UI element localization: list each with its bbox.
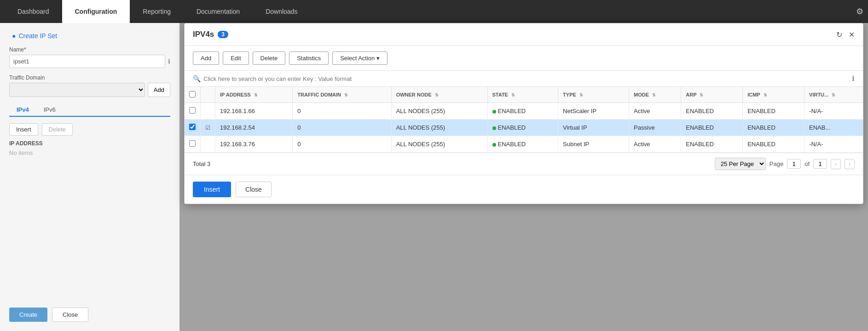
- ip-address-column-header: IP ADDRESS: [9, 140, 170, 147]
- cell-type-0: NetScaler IP: [558, 103, 629, 120]
- th-owner-node: OWNER NODE ⇅: [391, 87, 487, 103]
- status-dot-1: [492, 126, 496, 130]
- statistics-button[interactable]: Statistics: [289, 51, 329, 65]
- modal-title: IPV4s: [193, 30, 214, 39]
- cell-mode-1: Passive: [629, 120, 681, 136]
- row-checkbox-1[interactable]: [189, 124, 196, 130]
- ip-tabs-row: IPv4 IPv6: [9, 103, 170, 117]
- form-bottom-buttons: Create Close: [9, 308, 88, 322]
- sort-icon-td[interactable]: ⇅: [344, 93, 348, 97]
- cell-expand-2: [201, 136, 215, 153]
- search-input[interactable]: [203, 75, 852, 82]
- cell-virtual-2: -N/A-: [804, 136, 863, 153]
- top-navigation: Dashboard Configuration Reporting Docume…: [0, 0, 868, 23]
- status-dot-0: [492, 110, 496, 114]
- next-page-button[interactable]: ›: [845, 159, 855, 169]
- traffic-domain-add-button[interactable]: Add: [148, 83, 170, 97]
- th-state: STATE ⇅: [487, 87, 558, 103]
- sort-icon-icmp[interactable]: ⇅: [764, 93, 767, 97]
- page-label: Page: [770, 160, 783, 167]
- sort-icon-state[interactable]: ⇅: [511, 93, 515, 97]
- cell-expand-0: [201, 103, 215, 120]
- cell-checkbox-0: [185, 103, 201, 120]
- cell-expand-1: ☑: [201, 120, 215, 136]
- traffic-domain-label: Traffic Domain: [9, 74, 170, 81]
- th-expand: [201, 87, 215, 103]
- nav-tab-reporting[interactable]: Reporting: [130, 0, 184, 23]
- cell-type-2: Subnet IP: [558, 136, 629, 153]
- cell-td-2: 0: [293, 136, 391, 153]
- nav-tab-documentation[interactable]: Documentation: [184, 0, 253, 23]
- insert-button-small[interactable]: Insert: [9, 123, 38, 136]
- ipv4s-modal: IPV4s 3 ↻ ✕ Add Edit Delete Statistics S…: [184, 23, 863, 204]
- th-traffic-domain: TRAFFIC DOMAIN ⇅: [293, 87, 391, 103]
- cell-mode-0: Active: [629, 103, 681, 120]
- tab-ipv4[interactable]: IPv4: [9, 103, 36, 117]
- cell-icmp-2: ENABLED: [743, 136, 804, 153]
- create-ip-set-form: ● Create IP Set Name* ℹ Traffic Domain A…: [0, 23, 179, 331]
- page-title: Create IP Set: [18, 32, 57, 40]
- ipv4s-table: IP ADDRESS ⇅ TRAFFIC DOMAIN ⇅ OWNER NODE…: [185, 87, 863, 153]
- back-icon: ●: [12, 32, 16, 40]
- cell-mode-2: Active: [629, 136, 681, 153]
- row-checkbox-0[interactable]: [189, 107, 196, 114]
- insert-delete-row: Insert Delete: [9, 123, 170, 136]
- per-page-select[interactable]: 25 Per Page: [715, 158, 766, 170]
- table-wrapper: IP ADDRESS ⇅ TRAFFIC DOMAIN ⇅ OWNER NODE…: [185, 87, 863, 153]
- close-icon[interactable]: ✕: [849, 30, 855, 39]
- settings-icon[interactable]: ⚙: [856, 6, 863, 17]
- cell-state-2: ENABLED: [487, 136, 558, 153]
- cell-arp-1: ENABLED: [681, 120, 743, 136]
- name-input[interactable]: [9, 55, 165, 68]
- tab-ipv6[interactable]: IPv6: [36, 103, 63, 116]
- cell-ip-2: 192.168.3.76: [215, 136, 293, 153]
- cell-owner-1: ALL NODES (255): [391, 120, 487, 136]
- sort-icon-on[interactable]: ⇅: [435, 93, 439, 97]
- cell-type-1: Virtual IP: [558, 120, 629, 136]
- close-modal-button[interactable]: Close: [236, 182, 272, 197]
- sort-icon-arp[interactable]: ⇅: [700, 93, 703, 97]
- name-label: Name*: [9, 46, 170, 53]
- th-virtual: VIRTU... ⇅: [804, 87, 863, 103]
- table-info-icon[interactable]: ℹ: [852, 74, 855, 83]
- cell-state-0: ENABLED: [487, 103, 558, 120]
- total-label: Total 3: [193, 160, 210, 167]
- chevron-down-icon: ▾: [376, 55, 380, 62]
- modal-header-actions: ↻ ✕: [836, 30, 855, 39]
- cell-owner-0: ALL NODES (255): [391, 103, 487, 120]
- delete-button[interactable]: Delete: [253, 51, 286, 65]
- nav-tab-dashboard[interactable]: Dashboard: [5, 0, 62, 23]
- back-button[interactable]: ● Create IP Set: [9, 32, 170, 40]
- total-pages: 1: [813, 159, 827, 169]
- prev-page-button[interactable]: ‹: [831, 159, 841, 169]
- sort-icon-virtual[interactable]: ⇅: [832, 93, 835, 97]
- insert-primary-button[interactable]: Insert: [193, 182, 231, 197]
- cell-icmp-1: ENABLED: [743, 120, 804, 136]
- modal-toolbar: Add Edit Delete Statistics Select Action…: [185, 46, 863, 71]
- add-button[interactable]: Add: [193, 51, 219, 65]
- table-row: ☑ 192.168.2.54 0 ALL NODES (255) ENABLED…: [185, 120, 863, 136]
- select-action-button[interactable]: Select Action ▾: [332, 51, 388, 65]
- close-form-button[interactable]: Close: [52, 308, 88, 322]
- th-arp: ARP ⇅: [681, 87, 743, 103]
- refresh-icon[interactable]: ↻: [836, 30, 842, 39]
- delete-button-small[interactable]: Delete: [42, 123, 73, 136]
- create-button[interactable]: Create: [9, 308, 47, 322]
- th-type: TYPE ⇅: [558, 87, 629, 103]
- cell-ip-0: 192.168.1.66: [215, 103, 293, 120]
- traffic-domain-select[interactable]: [9, 83, 145, 97]
- table-header-row: IP ADDRESS ⇅ TRAFFIC DOMAIN ⇅ OWNER NODE…: [185, 87, 863, 103]
- nav-tab-downloads[interactable]: Downloads: [253, 0, 310, 23]
- th-icmp: ICMP ⇅: [743, 87, 804, 103]
- sort-icon-mode[interactable]: ⇅: [652, 93, 656, 97]
- cell-virtual-1: ENAB...: [804, 120, 863, 136]
- cell-virtual-0: -N/A-: [804, 103, 863, 120]
- table-body: 192.168.1.66 0 ALL NODES (255) ENABLED N…: [185, 103, 863, 153]
- no-items-label: No items: [9, 149, 170, 156]
- sort-icon-ip[interactable]: ⇅: [254, 93, 258, 97]
- nav-tab-configuration[interactable]: Configuration: [62, 0, 130, 23]
- row-checkbox-2[interactable]: [189, 140, 196, 147]
- select-all-checkbox[interactable]: [189, 91, 196, 97]
- sort-icon-type[interactable]: ⇅: [579, 93, 583, 97]
- edit-button[interactable]: Edit: [223, 51, 249, 65]
